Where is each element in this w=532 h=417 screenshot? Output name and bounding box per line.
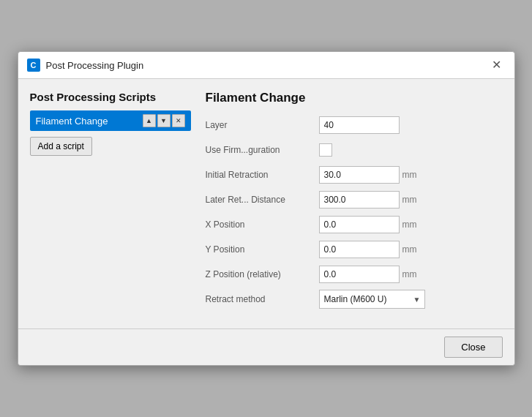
unit-x-position: mm: [402, 219, 419, 230]
field-initial-retraction: Initial Retraction mm: [206, 165, 503, 184]
script-controls: ▲ ▼ ✕: [143, 114, 185, 127]
unit-initial-retraction: mm: [402, 170, 419, 180]
label-later-ret-distance: Later Ret... Distance: [206, 195, 319, 205]
input-wrap-initial-retraction: mm: [319, 166, 419, 184]
select-container-retract-method: Marlin (M600 U) Marlin (M600) Griffin BQ…: [319, 290, 425, 309]
input-wrap-x-position: mm: [319, 216, 419, 233]
input-wrap-z-position: mm: [319, 266, 419, 283]
input-z-position[interactable]: [319, 266, 400, 283]
app-icon: C: [27, 59, 40, 72]
unit-z-position: mm: [402, 269, 419, 279]
label-x-position: X Position: [206, 219, 319, 230]
window-close-button[interactable]: ✕: [487, 58, 506, 72]
field-later-ret-distance: Later Ret... Distance mm: [206, 190, 503, 209]
field-layer: Layer: [206, 116, 503, 135]
label-layer: Layer: [206, 120, 319, 130]
content-area: Post Processing Scripts Filament Change …: [18, 79, 514, 328]
unit-later-ret-distance: mm: [402, 195, 419, 205]
dialog: C Post Processing Plugin ✕ Post Processi…: [18, 51, 515, 366]
close-dialog-button[interactable]: Close: [444, 337, 502, 358]
add-script-button[interactable]: Add a script: [30, 137, 92, 156]
field-y-position: Y Position mm: [206, 240, 503, 259]
field-x-position: X Position mm: [206, 215, 503, 234]
right-panel-heading: Filament Change: [206, 91, 503, 105]
label-retract-method: Retract method: [206, 294, 319, 304]
input-wrap-use-firm: [319, 143, 332, 157]
input-y-position[interactable]: [319, 241, 400, 258]
label-z-position: Z Position (relative): [206, 269, 319, 279]
left-panel: Post Processing Scripts Filament Change …: [30, 91, 191, 317]
input-initial-retraction[interactable]: [319, 166, 400, 184]
input-layer[interactable]: [319, 116, 400, 134]
input-wrap-retract-method: Marlin (M600 U) Marlin (M600) Griffin BQ…: [319, 290, 425, 309]
footer: Close: [18, 328, 514, 365]
label-initial-retraction: Initial Retraction: [206, 170, 319, 180]
select-retract-method[interactable]: Marlin (M600 U) Marlin (M600) Griffin BQ: [319, 290, 425, 309]
left-panel-heading: Post Processing Scripts: [30, 91, 191, 103]
input-x-position[interactable]: [319, 216, 400, 233]
checkbox-use-firm[interactable]: [319, 143, 332, 157]
input-wrap-later-ret-distance: mm: [319, 191, 419, 209]
label-y-position: Y Position: [206, 244, 319, 255]
dialog-title: Post Processing Plugin: [46, 60, 144, 71]
script-item-label: Filament Change: [36, 116, 108, 127]
right-panel: Filament Change Layer Use Firm...guratio…: [206, 91, 503, 317]
title-bar-left: C Post Processing Plugin: [27, 59, 144, 72]
input-wrap-y-position: mm: [319, 241, 419, 258]
unit-y-position: mm: [402, 244, 419, 255]
field-z-position: Z Position (relative) mm: [206, 265, 503, 284]
title-bar: C Post Processing Plugin ✕: [18, 52, 514, 79]
field-retract-method: Retract method Marlin (M600 U) Marlin (M…: [206, 290, 503, 309]
script-item-filament-change: Filament Change ▲ ▼ ✕: [30, 110, 191, 131]
remove-script-button[interactable]: ✕: [172, 114, 185, 127]
input-later-ret-distance[interactable]: [319, 191, 400, 209]
field-use-firm: Use Firm...guration: [206, 140, 503, 159]
move-up-button[interactable]: ▲: [143, 114, 156, 127]
label-use-firm: Use Firm...guration: [206, 145, 319, 155]
input-wrap-layer: [319, 116, 400, 134]
move-down-button[interactable]: ▼: [157, 114, 171, 127]
